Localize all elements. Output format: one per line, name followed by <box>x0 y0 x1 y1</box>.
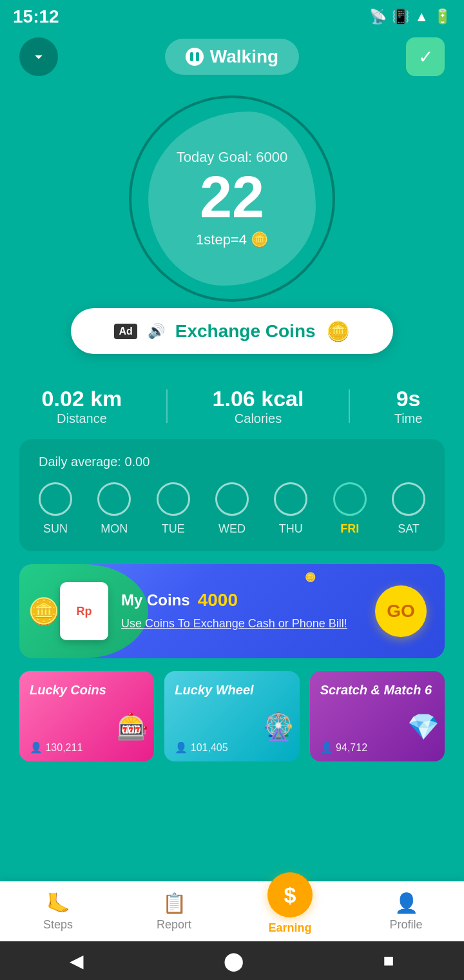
profile-nav-label: Profile <box>389 918 422 932</box>
coin-icon: 🪙 <box>251 231 268 248</box>
day-label: TUE <box>162 522 185 536</box>
stat-calories: 1.06 kcal Calories <box>213 386 304 426</box>
distance-label: Distance <box>57 411 107 426</box>
nav-steps[interactable]: 🦶 Steps <box>26 892 90 935</box>
wifi-icon: ▲ <box>414 8 429 25</box>
earning-nav-circle: $ <box>267 872 313 917</box>
day-label: MON <box>101 522 128 536</box>
calories-label: Calories <box>235 411 282 426</box>
bottom-nav: 🦶 Steps 📋 Report $ Earning 👤 Profile <box>0 881 464 941</box>
today-goal: Today Goal: 6000 <box>177 149 287 166</box>
circle-container: Today Goal: 6000 22 1step=4 🪙 <box>122 89 342 308</box>
day-label: FRI <box>340 522 359 536</box>
exchange-button[interactable]: Ad 🔊 Exchange Coins 🪙 <box>71 308 393 354</box>
go-button[interactable]: GO <box>375 585 427 637</box>
mini-card-1[interactable]: Lucky Wheel🎡👤 101,405 <box>164 671 299 761</box>
recent-android-btn[interactable]: ■ <box>383 950 394 971</box>
nav-earning[interactable]: $ Earning <box>258 892 322 935</box>
time-value: 9s <box>394 386 423 411</box>
exchange-section: Ad 🔊 Exchange Coins 🪙 <box>19 308 445 354</box>
mini-card-0[interactable]: Lucky Coins🎰👤 130,211 <box>19 671 154 761</box>
mini-card-icon: 🎰 <box>117 712 149 742</box>
day-circle <box>274 482 307 516</box>
steps-section: Today Goal: 6000 22 1step=4 🪙 <box>0 89 464 308</box>
chevron-down-icon <box>30 48 48 66</box>
vibrate-icon: 📳 <box>392 8 409 25</box>
mini-card-icon: 💎 <box>407 712 440 742</box>
cast-icon: 📡 <box>369 8 387 25</box>
steps-nav-icon: 🦶 <box>46 892 70 914</box>
mini-cards-row: Lucky Coins🎰👤 130,211Lucky Wheel🎡👤 101,4… <box>19 671 445 761</box>
stat-divider-1 <box>166 389 168 423</box>
day-label: WED <box>218 522 246 536</box>
mini-card-users: 👤 101,405 <box>175 741 227 754</box>
walking-status[interactable]: Walking <box>165 39 299 75</box>
stats-row: 0.02 km Distance 1.06 kcal Calories 9s T… <box>0 373 464 433</box>
back-button[interactable] <box>19 37 58 76</box>
step-count: 22 <box>200 168 264 226</box>
mini-card-title: Lucky Wheel <box>175 683 289 698</box>
coins-amount: 4000 <box>198 590 238 611</box>
day-item-mon: MON <box>97 482 131 536</box>
back-android-btn[interactable]: ◀ <box>70 950 84 972</box>
mini-card-title: Scratch & Match 6 <box>320 683 434 698</box>
android-nav: ◀ ⬤ ■ <box>0 941 464 980</box>
speaker-icon: 🔊 <box>148 323 165 340</box>
check-icon: ✓ <box>418 46 433 68</box>
home-android-btn[interactable]: ⬤ <box>224 950 244 972</box>
day-item-thu: THU <box>274 482 307 536</box>
stat-divider-2 <box>349 389 350 423</box>
banner-image: 🪙 Rp <box>37 582 108 640</box>
step-rate: 1step=4 🪙 <box>196 231 268 248</box>
phone-label: Rp <box>77 605 92 618</box>
day-item-wed: WED <box>215 482 249 536</box>
walking-label: Walking <box>210 46 278 67</box>
mini-card-icon: 🎡 <box>262 712 295 742</box>
my-coins-label: My Coins <box>121 591 190 609</box>
calendar-button[interactable]: ✓ <box>406 37 445 76</box>
banner-text: My Coins 4000 Use Coins To Exchange Cash… <box>121 590 375 632</box>
day-item-fri: FRI <box>333 482 367 536</box>
report-nav-label: Report <box>157 918 191 932</box>
mini-card-users: 👤 130,211 <box>30 741 82 754</box>
exchange-label: Exchange Coins <box>175 321 316 342</box>
daily-card: Daily average: 0.00 SUNMONTUEWEDTHUFRISA… <box>19 439 445 551</box>
report-nav-icon: 📋 <box>162 892 186 914</box>
coins-desc: Use Coins To Exchange Cash or Phone Bill… <box>121 616 375 632</box>
day-label: SAT <box>398 522 420 536</box>
time: 15:12 <box>13 6 59 27</box>
status-bar: 15:12 📡 📳 ▲ 🔋 <box>0 0 464 31</box>
nav-profile[interactable]: 👤 Profile <box>374 892 438 935</box>
coin-stack-icon: 🪙 <box>28 596 60 627</box>
battery-icon: 🔋 <box>434 8 451 25</box>
day-label: SUN <box>43 522 68 536</box>
day-circle <box>97 482 131 516</box>
mini-card-title: Lucky Coins <box>30 683 144 698</box>
exchange-coins-icon: 🪙 <box>326 320 350 342</box>
daily-avg-label: Daily average: 0.00 <box>39 455 425 469</box>
profile-nav-icon: 👤 <box>394 892 418 914</box>
pause-icon <box>186 48 204 66</box>
distance-value: 0.02 km <box>42 386 122 411</box>
steps-nav-label: Steps <box>43 918 73 932</box>
status-icons: 📡 📳 ▲ 🔋 <box>369 8 451 25</box>
day-circle <box>333 482 367 516</box>
stat-time: 9s Time <box>394 386 423 426</box>
day-item-sun: SUN <box>39 482 72 536</box>
stat-distance: 0.02 km Distance <box>42 386 122 426</box>
day-label: THU <box>279 522 303 536</box>
nav-report[interactable]: 📋 Report <box>142 892 206 935</box>
mini-card-2[interactable]: Scratch & Match 6💎👤 94,712 <box>310 671 445 761</box>
ad-badge: Ad <box>114 324 137 339</box>
floating-coin-1: 🪙 <box>305 572 316 582</box>
coins-banner[interactable]: 🪙 Rp My Coins 4000 Use Coins To Exchange… <box>19 564 445 658</box>
day-circle <box>215 482 249 516</box>
day-circle <box>39 482 72 516</box>
day-item-sat: SAT <box>392 482 425 536</box>
earning-nav-label: Earning <box>268 921 311 935</box>
calories-value: 1.06 kcal <box>213 386 304 411</box>
dollar-icon: $ <box>284 883 296 908</box>
days-row: SUNMONTUEWEDTHUFRISAT <box>39 482 425 536</box>
phone-card: Rp <box>60 582 108 640</box>
day-item-tue: TUE <box>157 482 190 536</box>
